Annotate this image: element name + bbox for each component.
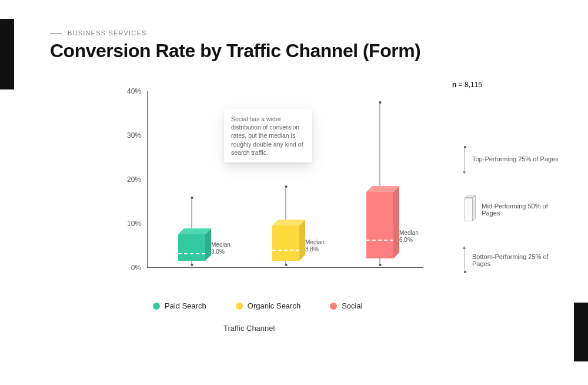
median-label-organic: Median3.8% (305, 239, 325, 253)
legend-key-label: Mid-Performing 50% of Pages (482, 203, 564, 217)
legend-dot-icon (330, 303, 337, 310)
plot-area: Median3.0% Median3.8% (147, 91, 423, 268)
legend-item-paid: Paid Search (153, 301, 206, 310)
legend-key-label: Bottom-Performing 25% of Pages (472, 253, 564, 267)
ytick-0: 0% (118, 264, 141, 272)
legend: Paid Search Organic Search Social (153, 301, 363, 310)
legend-item-organic: Organic Search (236, 301, 300, 310)
legend-dot-icon (153, 303, 160, 310)
whisker-bottom-icon (285, 264, 287, 266)
ytick-30: 30% (118, 131, 141, 140)
eyebrow-text: BUSINESS SERVICES (68, 29, 147, 36)
header: BUSINESS SERVICES Conversion Rate by Tra… (50, 29, 420, 62)
legend-key-mid: Mid-Performing 50% of Pages (465, 198, 564, 221)
page-title: Conversion Rate by Traffic Channel (Form… (50, 40, 420, 62)
ytick-10: 10% (118, 220, 141, 228)
whisker-bottom-icon (379, 264, 381, 266)
median-label-social: Median6.0% (399, 230, 419, 244)
annotation-tooltip: Social has a wider distribution of conve… (224, 109, 312, 162)
median-label-paid: Median3.0% (211, 241, 230, 255)
legend-key: ▾ Top-Performing 25% of Pages Mid-Perfor… (465, 147, 564, 272)
legend-label: Paid Search (165, 301, 206, 310)
legend-label: Social (342, 301, 362, 310)
legend-label: Organic Search (248, 301, 300, 310)
legend-key-bot: ▴ Bottom-Performing 25% of Pages (465, 248, 564, 272)
legend-item-social: Social (330, 301, 362, 310)
eyebrow: BUSINESS SERVICES (50, 29, 420, 36)
whisker-top-icon (191, 197, 193, 199)
decorative-bar-left (0, 19, 14, 89)
chart: n = 8,115 40% 30% 20% 10% 0% Median3.0% (118, 91, 447, 291)
ytick-20: 20% (118, 175, 141, 184)
ytick-40: 40% (118, 87, 141, 95)
whisker-top-icon (379, 101, 381, 104)
legend-key-top: ▾ Top-Performing 25% of Pages (465, 147, 564, 171)
eyebrow-dash-icon (50, 33, 62, 34)
decorative-bar-right (574, 303, 588, 361)
whisker-bottom-icon (191, 264, 193, 266)
x-axis-label: Traffic Channel (223, 324, 275, 333)
legend-dot-icon (236, 303, 243, 310)
legend-key-label: Top-Performing 25% of Pages (472, 155, 559, 162)
sample-size-label: n = 8,115 (452, 81, 482, 89)
whisker-top-icon (285, 185, 287, 188)
